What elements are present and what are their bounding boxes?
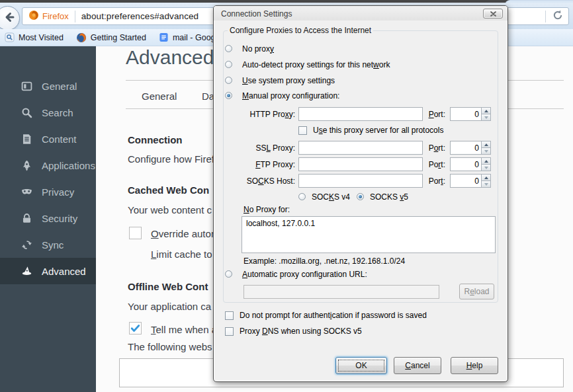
share-proxy-checkbox-row[interactable]: Use this proxy server for all protocols [298,126,443,135]
radio-icon-selected[interactable] [357,193,364,200]
proxy-dns-checkbox-row[interactable]: Proxy DNS when using SOCKS v5 [225,327,362,336]
spin-down-icon[interactable] [481,114,491,121]
no-proxy-example: Example: .mozilla.org, .net.nz, 192.168.… [243,256,405,266]
override-cache-label[interactable]: Override autor [151,228,214,239]
sidebar-item-advanced[interactable]: Advanced [0,258,96,284]
radio-system-proxy[interactable]: Use system proxy settings [225,75,335,85]
rocket-icon [21,160,32,171]
radio-icon[interactable] [225,270,232,278]
radio-socks-v4[interactable]: SOCKS v4 [298,192,350,202]
connection-desc: Configure how Firef [128,153,214,165]
lock-icon [21,213,32,224]
tell-me-label[interactable]: Tell me when a [151,324,217,335]
no-proxy-for-textarea[interactable]: localhost, 127.0.0.1 [242,216,496,253]
dialog-titlebar[interactable]: Connection Settings [214,6,507,20]
http-port-label: Port: [412,110,445,119]
help-button[interactable]: Help [451,357,498,374]
preferences-sidebar: General Search Content Applications Priv… [0,46,96,392]
bookmark-most-visited[interactable]: Most Visited [5,32,64,42]
http-port-spinner [450,107,491,121]
close-icon [490,9,496,19]
connection-settings-dialog: Connection Settings Configure Proxies to… [213,5,508,382]
connection-heading: Connection [128,134,183,145]
ftp-port-spinner [450,157,491,171]
sidebar-item-search[interactable]: Search [0,99,96,126]
reload-button[interactable] [552,9,564,23]
ok-button[interactable]: OK [335,357,387,374]
proxy-groupbox-legend: Configure Proxies to Access the Internet [228,26,373,35]
firefox-brand-badge[interactable]: Firefox [28,10,69,22]
proxy-dns-checkbox[interactable] [225,327,234,336]
tell-me-checkbox[interactable] [129,322,142,334]
sidebar-item-content[interactable]: Content [0,126,96,152]
check-icon [130,325,141,336]
radio-auto-detect[interactable]: Auto-detect proxy settings for this netw… [225,59,390,69]
sync-icon [21,239,32,251]
radio-auto-config-url[interactable]: Automatic proxy configuration URL: [225,269,367,279]
ftp-proxy-input[interactable] [298,157,423,171]
bookmark-getting-started[interactable]: Getting Started [76,32,146,43]
radio-manual-proxy[interactable]: Manual proxy configuration: [225,91,339,100]
tab-general[interactable]: General [142,91,177,102]
socks-port-input[interactable] [450,174,481,188]
page-title: Advanced [126,46,214,69]
ftp-port-input[interactable] [450,157,481,171]
radio-icon[interactable] [225,45,232,52]
spin-down-icon[interactable] [481,147,491,155]
reload-url-button[interactable]: Reload [459,284,494,299]
socks-port-spinner [450,174,491,188]
close-button[interactable] [483,9,503,19]
ssl-port-input[interactable] [450,141,481,155]
firefox-brand-icon [28,10,39,22]
http-proxy-label: HTTP Proxy: [227,110,295,119]
cached-content-desc: Your web content c [128,204,212,216]
cached-content-heading: Cached Web Con [128,184,209,196]
limit-cache-label[interactable]: Limit cache to [151,249,212,260]
ssl-port-label: Port: [412,143,445,153]
cancel-button[interactable]: Cancel [394,357,441,374]
url-bar-divider [75,11,75,22]
share-proxy-checkbox[interactable] [298,126,307,135]
socks-host-input[interactable] [298,174,423,188]
override-cache-checkbox[interactable] [129,227,142,239]
socks-port-label: Port: [412,176,445,186]
ssl-proxy-label: SSL Proxy: [227,143,295,153]
http-port-input[interactable] [450,107,481,121]
reload-icon [552,9,564,23]
mask-icon [21,186,32,198]
no-prompt-auth-checkbox[interactable] [225,311,234,320]
document-icon [21,134,32,145]
url-bar-divider-right [545,11,546,22]
ftp-port-label: Port: [412,160,445,169]
google-docs-icon [159,32,169,42]
general-icon [21,81,32,92]
radio-icon-selected[interactable] [225,92,232,99]
following-websites-label: The following webs [128,341,212,352]
ftp-proxy-label: FTP Proxy: [227,160,295,169]
spin-down-icon[interactable] [481,180,491,188]
radio-no-proxy[interactable]: No proxy [225,44,274,54]
most-visited-folder-icon [5,32,15,42]
sidebar-item-privacy[interactable]: Privacy [0,178,96,205]
spin-down-icon[interactable] [481,164,491,171]
back-arrow-icon [3,11,16,26]
url-text: about:preferences#advanced [81,11,198,21]
offline-content-desc: Your application ca [128,301,211,312]
no-proxy-for-label: No Proxy for: [243,205,290,214]
radio-icon[interactable] [298,193,306,200]
radio-icon[interactable] [225,61,232,68]
radio-socks-v5[interactable]: SOCKS v5 [357,192,408,202]
sidebar-item-sync[interactable]: Sync [0,231,96,258]
http-proxy-input[interactable] [298,107,423,121]
auto-config-url-input[interactable] [243,285,439,299]
ssl-proxy-input[interactable] [298,141,423,155]
sidebar-item-general[interactable]: General [0,73,96,99]
no-prompt-auth-checkbox-row[interactable]: Do not prompt for authentication if pass… [225,311,427,320]
sidebar-item-applications[interactable]: Applications [0,152,96,178]
offline-content-heading: Offline Web Cont [128,281,208,292]
firefox-brand-label: Firefox [42,11,69,21]
dialog-title: Connection Settings [221,9,292,19]
wizard-hat-icon [21,266,32,277]
sidebar-item-security[interactable]: Security [0,205,96,231]
radio-icon[interactable] [225,77,232,84]
